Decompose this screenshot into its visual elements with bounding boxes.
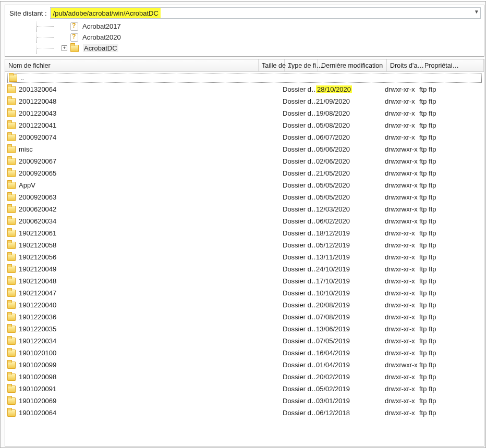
- folder-icon: [7, 218, 16, 225]
- tree-item[interactable]: Acrobat2017: [36, 21, 482, 32]
- table-row[interactable]: 1901020100Dossier d…16/04/2019drwxr-xr-x…: [5, 347, 484, 359]
- table-row[interactable]: 2000920063Dossier d…05/05/2020drwxrwxr-x…: [5, 191, 484, 203]
- cell-type: Dossier d…: [283, 157, 316, 165]
- col-header-type[interactable]: Type de fi…: [285, 59, 318, 71]
- table-row[interactable]: 1901020064Dossier d…06/12/2018drwxr-xr-x…: [5, 407, 484, 419]
- table-row[interactable]: 1901220040Dossier d…20/08/2019drwxr-xr-x…: [5, 299, 484, 311]
- col-header-size[interactable]: Taille de …: [259, 59, 285, 71]
- table-row[interactable]: 1901020098Dossier d…20/02/2019drwxr-xr-x…: [5, 371, 484, 383]
- col-header-perm[interactable]: Droits d'a…: [387, 59, 421, 71]
- cell-perm: drwxr-xr-x: [385, 133, 419, 141]
- col-header-name[interactable]: Nom de fichier: [5, 59, 259, 71]
- cell-date: 17/10/2019: [316, 277, 385, 285]
- cell-own: ftp ftp: [419, 277, 484, 285]
- folder-icon: [7, 134, 16, 141]
- cell-type: Dossier d…: [283, 85, 316, 93]
- folder-icon: [7, 350, 16, 357]
- cell-name: 1901220034: [19, 337, 56, 345]
- cell-date: 16/04/2019: [316, 349, 385, 357]
- cell-own: ftp ftp: [419, 397, 484, 405]
- remote-path-input[interactable]: /pub/adobe/acrobat/win/AcrobatDC ▼: [50, 7, 481, 19]
- tree-expander[interactable]: +: [62, 45, 67, 51]
- table-row[interactable]: 1902120048Dossier d…17/10/2019drwxr-xr-x…: [5, 275, 484, 287]
- table-row[interactable]: 2000920067Dossier d…02/06/2020drwxrwxr-x…: [5, 155, 484, 167]
- cell-perm: drwxr-xr-x: [385, 289, 419, 297]
- cell-name: 1901020091: [19, 385, 56, 393]
- cell-name: 2000920063: [19, 193, 56, 201]
- table-row[interactable]: 2000920065Dossier d…21/05/2020drwxrwxr-x…: [5, 167, 484, 179]
- cell-perm: drwxr-xr-x: [385, 349, 419, 357]
- table-row[interactable]: 2001220043Dossier d…19/08/2020drwxr-xr-x…: [5, 107, 484, 119]
- remote-tree[interactable]: Acrobat2017Acrobat2020+AcrobatDC: [36, 21, 482, 54]
- table-row[interactable]: AppVDossier d…05/05/2020drwxrwxr-xftp ft…: [5, 179, 484, 191]
- table-row[interactable]: 2000620042Dossier d…12/03/2020drwxrwxr-x…: [5, 203, 484, 215]
- cell-own: ftp ftp: [419, 337, 484, 345]
- cell-perm: drwxrwxr-x: [385, 169, 419, 177]
- col-header-own[interactable]: Propriétai…: [421, 59, 484, 71]
- cell-type: Dossier d…: [283, 181, 316, 189]
- folder-icon: [7, 230, 16, 237]
- parent-dir-label: ..: [20, 74, 24, 82]
- folder-icon: [7, 194, 16, 201]
- cell-type: Dossier d…: [283, 385, 316, 393]
- cell-own: ftp ftp: [419, 205, 484, 213]
- cell-date: 20/08/2019: [316, 301, 385, 309]
- cell-date: 05/08/2020: [316, 121, 385, 129]
- cell-name: 2000920074: [19, 133, 56, 141]
- table-row[interactable]: miscDossier d…05/06/2020drwxrwxr-xftp ft…: [5, 143, 484, 155]
- cell-type: Dossier d…: [283, 241, 316, 249]
- table-row[interactable]: 2000920074Dossier d…06/07/2020drwxr-xr-x…: [5, 131, 484, 143]
- cell-date: 06/12/2018: [316, 409, 385, 417]
- cell-date: 20/02/2019: [316, 373, 385, 381]
- col-header-date[interactable]: Dernière modification: [318, 59, 387, 71]
- cell-type: Dossier d…: [283, 337, 316, 345]
- table-row[interactable]: 1902120061Dossier d…18/12/2019drwxr-xr-x…: [5, 227, 484, 239]
- cell-type: Dossier d…: [283, 409, 316, 417]
- cell-type: Dossier d…: [283, 253, 316, 261]
- table-row[interactable]: 1901220034Dossier d…07/05/2019drwxr-xr-x…: [5, 335, 484, 347]
- cell-date: 06/02/2020: [316, 217, 385, 225]
- cell-perm: drwxr-xr-x: [385, 265, 419, 273]
- table-row[interactable]: 2000620034Dossier d…06/02/2020drwxrwxr-x…: [5, 215, 484, 227]
- cell-name: 2000620042: [19, 205, 56, 213]
- table-row[interactable]: 1901020091Dossier d…05/02/2019drwxr-xr-x…: [5, 383, 484, 395]
- parent-dir-row[interactable]: ..: [7, 73, 482, 83]
- table-row[interactable]: 2001220041Dossier d…05/08/2020drwxr-xr-x…: [5, 119, 484, 131]
- chevron-down-icon[interactable]: ▼: [474, 9, 479, 15]
- folder-icon: [7, 182, 16, 189]
- table-row[interactable]: 1901020099Dossier d…01/04/2019drwxrwxr-x…: [5, 359, 484, 371]
- cell-own: ftp ftp: [419, 349, 484, 357]
- table-row[interactable]: 1901020069Dossier d…03/01/2019drwxr-xr-x…: [5, 395, 484, 407]
- table-row[interactable]: 1902120049Dossier d…24/10/2019drwxr-xr-x…: [5, 263, 484, 275]
- cell-own: ftp ftp: [419, 361, 484, 369]
- cell-date: 19/08/2020: [316, 109, 385, 117]
- table-row[interactable]: 1902120056Dossier d…13/11/2019drwxr-xr-x…: [5, 251, 484, 263]
- folder-icon: [7, 122, 16, 129]
- cell-name: 2001320064: [19, 85, 56, 93]
- cell-type: Dossier d…: [283, 289, 316, 297]
- cell-name: 1902120047: [19, 289, 56, 297]
- cell-perm: drwxr-xr-x: [385, 397, 419, 405]
- cell-name: 2000920065: [19, 169, 56, 177]
- remote-file-list[interactable]: Nom de fichier Taille de … Type de fi… D…: [5, 59, 484, 446]
- tree-item[interactable]: +AcrobatDC: [36, 43, 482, 54]
- cell-name: misc: [19, 145, 33, 153]
- folder-icon: [9, 74, 17, 82]
- cell-perm: drwxr-xr-x: [385, 325, 419, 333]
- tree-item[interactable]: Acrobat2020: [36, 32, 482, 43]
- cell-type: Dossier d…: [283, 301, 316, 309]
- table-row[interactable]: 1901220036Dossier d…07/08/2019drwxr-xr-x…: [5, 311, 484, 323]
- cell-own: ftp ftp: [419, 265, 484, 273]
- tree-item-label: Acrobat2017: [82, 22, 121, 30]
- table-row[interactable]: 1902120047Dossier d…10/10/2019drwxr-xr-x…: [5, 287, 484, 299]
- table-row[interactable]: 2001320064Dossier d…28/10/2020drwxr-xr-x…: [5, 83, 484, 95]
- table-row[interactable]: 1902120058Dossier d…05/12/2019drwxr-xr-x…: [5, 239, 484, 251]
- cell-own: ftp ftp: [419, 181, 484, 189]
- folder-icon: [7, 206, 16, 213]
- cell-name: 1902120061: [19, 229, 56, 237]
- cell-name: 1901220040: [19, 301, 56, 309]
- table-row[interactable]: 2001220048Dossier d…21/09/2020drwxr-xr-x…: [5, 95, 484, 107]
- cell-own: ftp ftp: [419, 313, 484, 321]
- remote-path-panel: Site distant : /pub/adobe/acrobat/win/Ac…: [5, 5, 484, 57]
- table-row[interactable]: 1901220035Dossier d…13/06/2019drwxr-xr-x…: [5, 323, 484, 335]
